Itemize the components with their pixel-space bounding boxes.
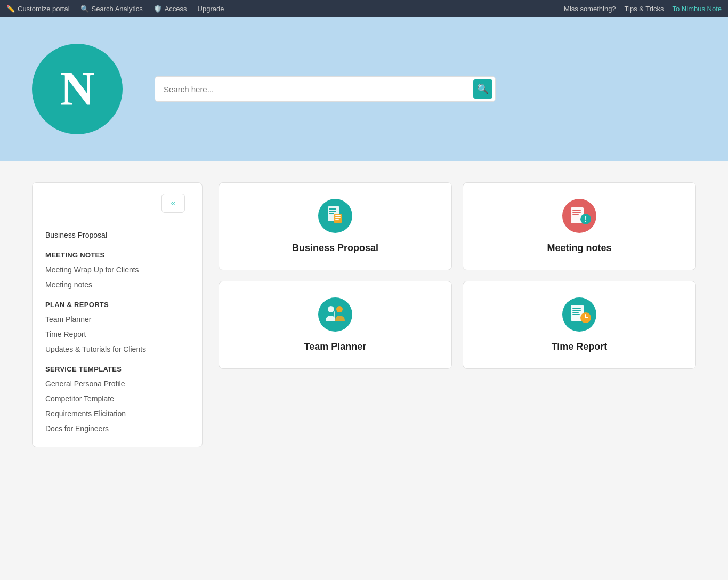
hero-section: N 🔍: [0, 17, 728, 161]
sidebar-item-time-report[interactable]: Time Report: [33, 327, 202, 342]
team-planner-card[interactable]: Team Planner: [219, 281, 452, 369]
search-input[interactable]: [155, 76, 496, 102]
search-icon: 🔍: [477, 83, 489, 95]
svg-point-18: [336, 306, 343, 312]
upgrade-label: Upgrade: [198, 5, 224, 13]
business-proposal-label: Business Proposal: [292, 243, 378, 254]
svg-rect-3: [329, 211, 336, 212]
topnav-left: ✏️ Customize portal 🔍 Search Analytics 🛡…: [6, 5, 224, 13]
sidebar-item-competitor-template[interactable]: Competitor Template: [33, 391, 202, 406]
svg-rect-4: [329, 213, 334, 214]
meeting-notes-card[interactable]: ! Meeting notes: [463, 182, 696, 270]
customize-portal-item[interactable]: ✏️ Customize portal: [6, 5, 70, 13]
svg-rect-6: [335, 215, 341, 216]
customize-portal-label: Customize portal: [18, 5, 70, 13]
search-analytics-label: Search Analytics: [92, 5, 143, 13]
business-proposal-card[interactable]: Business Proposal: [219, 182, 452, 270]
shield-icon: 🛡️: [153, 5, 162, 13]
svg-rect-19: [334, 311, 335, 319]
sidebar-item-team-planner[interactable]: Team Planner: [33, 312, 202, 327]
svg-rect-11: [572, 210, 581, 211]
svg-rect-2: [329, 208, 336, 210]
logo-letter: N: [60, 65, 95, 113]
svg-point-17: [328, 306, 334, 312]
time-report-label: Time Report: [552, 341, 608, 352]
meeting-notes-section-title: MEETING NOTES: [33, 243, 202, 262]
miss-something-link[interactable]: Miss something?: [564, 5, 616, 13]
sidebar-collapse-button[interactable]: «: [161, 194, 185, 213]
plan-reports-section-title: PLAN & REPORTS: [33, 292, 202, 312]
tips-tricks-link[interactable]: Tips & Tricks: [625, 5, 664, 13]
search-analytics-icon: 🔍: [80, 5, 89, 13]
cards-grid: Business Proposal ! Meeting notes: [219, 182, 696, 369]
top-navigation: ✏️ Customize portal 🔍 Search Analytics 🛡…: [0, 0, 728, 17]
svg-rect-24: [572, 312, 579, 313]
customize-icon: ✏️: [6, 5, 15, 13]
sidebar-item-docs-for-engineers[interactable]: Docs for Engineers: [33, 421, 202, 436]
topnav-right: Miss something? Tips & Tricks To Nimbus …: [564, 5, 722, 13]
service-templates-section-title: SERVICE TEMPLATES: [33, 357, 202, 376]
business-proposal-icon: [318, 199, 352, 235]
logo-circle: N: [32, 44, 123, 134]
svg-rect-25: [572, 314, 580, 315]
to-nimbus-note-link[interactable]: To Nimbus Note: [673, 5, 722, 13]
sidebar-item-meeting-wrap-up[interactable]: Meeting Wrap Up for Clients: [33, 262, 202, 277]
access-label: Access: [165, 5, 187, 13]
sidebar-item-meeting-notes[interactable]: Meeting notes: [33, 277, 202, 292]
team-planner-label: Team Planner: [304, 341, 367, 352]
sidebar: « Business Proposal MEETING NOTES Meetin…: [32, 182, 203, 447]
sidebar-collapse-row: «: [33, 194, 202, 228]
svg-rect-12: [572, 212, 581, 213]
meeting-notes-icon: !: [562, 199, 596, 235]
svg-rect-13: [572, 214, 579, 215]
search-wrapper: 🔍: [155, 76, 496, 102]
upgrade-item[interactable]: Upgrade: [198, 5, 224, 13]
search-button[interactable]: 🔍: [473, 79, 492, 99]
time-report-icon: [562, 297, 596, 334]
access-item[interactable]: 🛡️ Access: [153, 5, 187, 13]
main-content: « Business Proposal MEETING NOTES Meetin…: [0, 161, 728, 469]
svg-text:!: !: [585, 215, 587, 223]
meeting-notes-label: Meeting notes: [547, 243, 611, 254]
sidebar-item-updates-tutorials[interactable]: Updates & Tutorials for Clients: [33, 342, 202, 357]
sidebar-item-requirements-elicitation[interactable]: Requirements Elicitation: [33, 406, 202, 421]
svg-rect-8: [335, 219, 339, 220]
search-analytics-item[interactable]: 🔍 Search Analytics: [80, 5, 143, 13]
svg-rect-22: [572, 308, 581, 309]
team-planner-icon: [318, 297, 352, 334]
chevron-left-icon: «: [171, 198, 176, 208]
sidebar-item-general-persona[interactable]: General Persona Profile: [33, 376, 202, 391]
svg-rect-7: [335, 217, 341, 218]
time-report-card[interactable]: Time Report: [463, 281, 696, 369]
sidebar-item-business-proposal[interactable]: Business Proposal: [33, 228, 202, 243]
svg-rect-23: [572, 310, 581, 311]
